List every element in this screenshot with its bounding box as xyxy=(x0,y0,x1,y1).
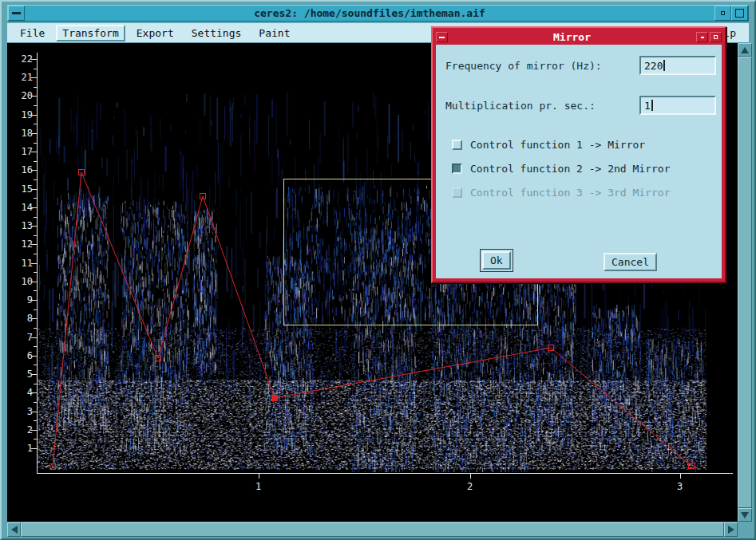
y-minor-tick xyxy=(34,235,38,236)
x-axis-line xyxy=(37,473,733,474)
y-tick-label: 8 xyxy=(10,312,33,325)
maximize-button[interactable] xyxy=(731,6,748,21)
frequency-label: Frequency of mirror (Hz): xyxy=(445,60,602,72)
dialog-menu-button[interactable] xyxy=(436,32,448,42)
y-tick-label: 21 xyxy=(10,71,33,84)
y-tick-label: 5 xyxy=(10,368,33,380)
ok-button[interactable]: Ok xyxy=(482,251,511,270)
horizontal-scrollbar[interactable] xyxy=(7,522,738,537)
frequency-input[interactable]: 220 xyxy=(639,56,716,75)
menu-file[interactable]: File xyxy=(14,25,51,41)
scroll-right-button[interactable] xyxy=(724,522,738,537)
y-tick-label: 6 xyxy=(10,349,33,362)
y-tick-label: 17 xyxy=(10,145,33,158)
mirror-dialog: Mirror Frequency of mirror (Hz): 220 Mul… xyxy=(431,26,726,283)
dialog-maximize-icon xyxy=(714,35,718,39)
frequency-value: 220 xyxy=(644,60,663,72)
multiplication-input[interactable]: 1 xyxy=(639,96,716,115)
y-tick-label: 20 xyxy=(10,89,33,102)
dialog-titlebar[interactable]: Mirror xyxy=(435,30,722,44)
vertical-scroll-thumb[interactable] xyxy=(738,57,752,508)
menu-transform[interactable]: Transform xyxy=(56,25,125,41)
dialog-minimize-button[interactable] xyxy=(696,32,708,42)
checkbox-row-control-function-2[interactable]: Control function 2 -> 2nd Mirror xyxy=(452,163,670,175)
x-tick xyxy=(259,473,259,479)
y-tick xyxy=(31,152,38,152)
menu-export[interactable]: Export xyxy=(130,25,180,41)
menu-settings[interactable]: Settings xyxy=(185,25,248,41)
y-tick xyxy=(31,374,38,375)
y-tick-label: 16 xyxy=(10,164,33,176)
cancel-button[interactable]: Cancel xyxy=(604,253,657,271)
checkbox-label-2: Control function 2 -> 2nd Mirror xyxy=(470,163,670,175)
x-tick-label: 2 xyxy=(467,481,473,492)
y-tick-label: 2 xyxy=(10,424,33,436)
minimize-button[interactable] xyxy=(714,6,731,21)
y-tick xyxy=(31,282,38,282)
y-tick-label: 3 xyxy=(10,405,33,418)
y-tick-label: 10 xyxy=(10,275,33,288)
y-tick xyxy=(31,392,38,393)
y-tick xyxy=(31,337,38,338)
y-tick xyxy=(31,356,38,357)
checkbox-row-control-function-1[interactable]: Control function 1 -> Mirror xyxy=(452,139,645,151)
y-tick xyxy=(31,59,38,60)
scrollbar-corner xyxy=(738,522,752,537)
dialog-body: Frequency of mirror (Hz): 220 Multiplica… xyxy=(436,45,722,278)
multiplication-label: Multiplication pr. sec.: xyxy=(445,100,596,112)
text-caret xyxy=(663,60,665,71)
checkbox-control-function-2[interactable] xyxy=(452,164,462,174)
dialog-maximize-button[interactable] xyxy=(710,32,722,42)
y-minor-tick xyxy=(34,105,38,106)
checkbox-control-function-1[interactable] xyxy=(452,140,462,150)
y-minor-tick xyxy=(34,272,38,273)
y-tick xyxy=(31,115,38,116)
minimize-icon xyxy=(721,11,725,15)
y-tick-label: 1 xyxy=(10,442,33,455)
y-minor-tick xyxy=(34,328,38,329)
y-tick xyxy=(31,448,38,449)
y-minor-tick xyxy=(34,402,38,403)
vertical-scrollbar[interactable] xyxy=(738,43,752,522)
checkbox-row-control-function-3: Control function 3 -> 3rd Mirror xyxy=(452,187,670,199)
window-menu-icon xyxy=(12,12,21,14)
y-tick-label: 4 xyxy=(10,386,33,399)
x-tick-label: 3 xyxy=(677,481,683,492)
window-title: ceres2: /home/soundfiles/imtheman.aif xyxy=(25,7,714,19)
window-titlebar[interactable]: ceres2: /home/soundfiles/imtheman.aif xyxy=(7,5,749,22)
x-tick-label: 1 xyxy=(255,481,261,492)
y-tick xyxy=(31,96,38,97)
y-tick-label: 19 xyxy=(10,108,33,121)
scroll-down-icon xyxy=(741,512,749,518)
y-minor-tick xyxy=(34,254,38,254)
y-minor-tick xyxy=(34,420,38,421)
y-tick-label: 13 xyxy=(10,219,33,232)
scroll-up-button[interactable] xyxy=(738,43,752,57)
dialog-menu-icon xyxy=(439,37,445,38)
y-minor-tick xyxy=(34,384,38,384)
y-tick xyxy=(31,77,38,78)
scroll-down-button[interactable] xyxy=(738,508,752,522)
y-tick xyxy=(31,226,38,227)
x-tick xyxy=(470,473,471,479)
dialog-title: Mirror xyxy=(449,31,695,43)
y-tick xyxy=(31,318,38,319)
y-minor-tick xyxy=(34,161,38,162)
text-caret xyxy=(651,100,653,111)
y-tick-label: 7 xyxy=(10,331,33,344)
dialog-minimize-icon xyxy=(701,37,704,38)
window-menu-button[interactable] xyxy=(8,6,25,21)
horizontal-scroll-thumb[interactable] xyxy=(21,522,724,537)
checkbox-control-function-3 xyxy=(452,187,462,198)
menu-paint[interactable]: Paint xyxy=(252,25,296,41)
y-tick xyxy=(31,133,38,134)
y-minor-tick xyxy=(34,69,38,69)
y-tick-label: 18 xyxy=(10,127,33,140)
y-minor-tick xyxy=(34,143,38,144)
y-tick xyxy=(31,412,38,412)
x-tick xyxy=(680,473,681,479)
y-minor-tick xyxy=(34,309,38,310)
y-minor-tick xyxy=(34,365,38,365)
maximize-icon xyxy=(735,9,744,18)
scroll-left-button[interactable] xyxy=(7,522,21,537)
